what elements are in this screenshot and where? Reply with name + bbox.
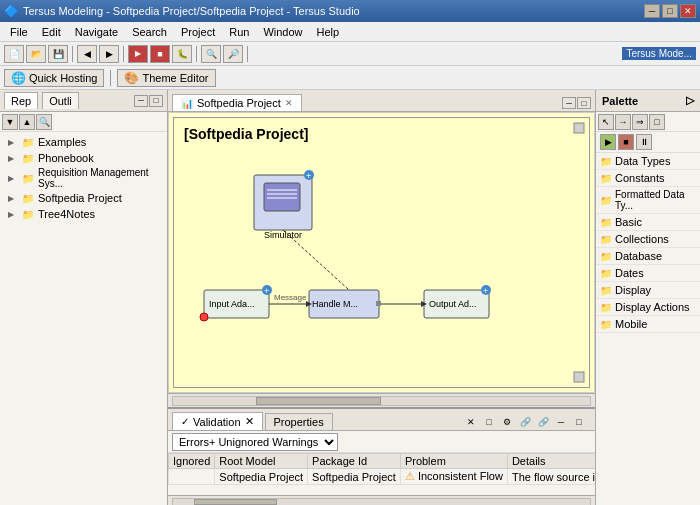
diagram-expand-btn[interactable] bbox=[573, 371, 585, 383]
toolbar-back[interactable]: ◀ bbox=[77, 45, 97, 63]
tab-rep[interactable]: Rep bbox=[4, 92, 38, 109]
col-package-id: Package Id bbox=[308, 454, 401, 469]
editor-scrollbar[interactable] bbox=[168, 393, 595, 407]
panel-maximize[interactable]: □ bbox=[149, 95, 163, 107]
bottom-scrollbar[interactable] bbox=[168, 495, 595, 505]
palette-cat-displayactions[interactable]: 📁 Display Actions bbox=[596, 299, 700, 316]
diagram-title-text: [Softpedia Project] bbox=[184, 126, 308, 142]
quick-separator bbox=[110, 70, 111, 86]
bottom-btn-4[interactable]: 🔗 bbox=[517, 414, 533, 430]
palette-dotarrow[interactable]: ⇒ bbox=[632, 114, 648, 130]
palette-arrow[interactable]: → bbox=[615, 114, 631, 130]
toolbar-open[interactable]: 📂 bbox=[26, 45, 46, 63]
cat-formatted-label: Formatted Data Ty... bbox=[615, 189, 696, 211]
palette-content: 📁 Data Types 📁 Constants 📁 Formatted Dat… bbox=[596, 153, 700, 505]
menu-search[interactable]: Search bbox=[126, 25, 173, 39]
bottom-btn-3[interactable]: ⚙ bbox=[499, 414, 515, 430]
theme-editor-button[interactable]: 🎨 Theme Editor bbox=[117, 69, 215, 87]
minimize-button[interactable]: ─ bbox=[644, 4, 660, 18]
toolbar-stop[interactable]: ■ bbox=[150, 45, 170, 63]
tree-filter[interactable]: 🔍 bbox=[36, 114, 52, 130]
menu-edit[interactable]: Edit bbox=[36, 25, 67, 39]
palette-run[interactable]: ▶ bbox=[600, 134, 616, 150]
diagram-area[interactable]: Simulator + Input Ada... + Handle M... bbox=[184, 165, 590, 385]
toolbar-debug[interactable]: 🐛 bbox=[172, 45, 192, 63]
maximize-button[interactable]: □ bbox=[662, 4, 678, 18]
menu-run[interactable]: Run bbox=[223, 25, 255, 39]
tree-item-requisition[interactable]: ▶ 📁 Requisition Management Sys... bbox=[0, 166, 167, 190]
menu-navigate[interactable]: Navigate bbox=[69, 25, 124, 39]
palette-cursor[interactable]: ↖ bbox=[598, 114, 614, 130]
tab-properties[interactable]: Properties bbox=[265, 413, 333, 430]
cell-problem: ⚠ Inconsistent Flow bbox=[400, 469, 507, 485]
editor-tab-softpedia[interactable]: 📊 Softpedia Project ✕ bbox=[172, 94, 302, 111]
menu-help[interactable]: Help bbox=[311, 25, 346, 39]
cell-ignored bbox=[169, 469, 215, 485]
output-plus-text: + bbox=[483, 286, 488, 296]
bottom-btn-1[interactable]: ✕ bbox=[463, 414, 479, 430]
table-row[interactable]: Softpedia Project Softpedia Project ⚠ In… bbox=[169, 469, 596, 485]
quick-hosting-button[interactable]: 🌐 Quick Hosting bbox=[4, 69, 104, 87]
editor-content[interactable]: [Softpedia Project] Simulator bbox=[168, 112, 595, 393]
palette-cat-datatypes[interactable]: 📁 Data Types bbox=[596, 153, 700, 170]
tree-item-examples[interactable]: ▶ 📁 Examples bbox=[0, 134, 167, 150]
bottom-btn-5[interactable]: 🔗 bbox=[535, 414, 551, 430]
bottom-btn-2[interactable]: □ bbox=[481, 414, 497, 430]
toolbar-save[interactable]: 💾 bbox=[48, 45, 68, 63]
palette-stop[interactable]: ■ bbox=[618, 134, 634, 150]
palette-cat-constants[interactable]: 📁 Constants bbox=[596, 170, 700, 187]
toolbar-zoom-in[interactable]: 🔍 bbox=[201, 45, 221, 63]
cell-root-model: Softpedia Project bbox=[215, 469, 308, 485]
tab-validation[interactable]: ✓ Validation ✕ bbox=[172, 412, 263, 430]
tree-item-softpedia[interactable]: ▶ 📁 Softpedia Project bbox=[0, 190, 167, 206]
window-title: Tersus Modeling - Softpedia Project/Soft… bbox=[23, 5, 360, 17]
main-area: Rep Outli ─ □ ▼ ▲ 🔍 ▶ 📁 Examples ▶ 📁 Pho… bbox=[0, 90, 700, 505]
palette-cat-database[interactable]: 📁 Database bbox=[596, 248, 700, 265]
cat-dates-label: Dates bbox=[615, 267, 644, 279]
validation-results-table: Ignored Root Model Package Id Problem De… bbox=[168, 453, 595, 485]
palette-cat-collections[interactable]: 📁 Collections bbox=[596, 231, 700, 248]
palette-cat-dates[interactable]: 📁 Dates bbox=[596, 265, 700, 282]
bottom-minimize[interactable]: ─ bbox=[553, 414, 569, 430]
palette-cat-display[interactable]: 📁 Display bbox=[596, 282, 700, 299]
tree-expand-all[interactable]: ▲ bbox=[19, 114, 35, 130]
cell-problem-text: Inconsistent Flow bbox=[418, 470, 503, 482]
palette-title: Palette bbox=[602, 95, 638, 107]
toolbar-forward[interactable]: ▶ bbox=[99, 45, 119, 63]
palette-box[interactable]: □ bbox=[649, 114, 665, 130]
palette-cat-basic[interactable]: 📁 Basic bbox=[596, 214, 700, 231]
toolbar-run[interactable]: ▶ bbox=[128, 45, 148, 63]
editor-tab-close[interactable]: ✕ bbox=[285, 98, 293, 108]
handle-label: Handle M... bbox=[312, 299, 358, 309]
bottom-maximize[interactable]: □ bbox=[571, 414, 587, 430]
editor-maximize[interactable]: □ bbox=[577, 97, 591, 109]
tree-item-tree4notes[interactable]: ▶ 📁 Tree4Notes bbox=[0, 206, 167, 222]
folder-cat-icon: 📁 bbox=[600, 195, 612, 206]
col-root-model: Root Model bbox=[215, 454, 308, 469]
tab-validation-close[interactable]: ✕ bbox=[245, 415, 254, 428]
main-toolbar: 📄 📂 💾 ◀ ▶ ▶ ■ 🐛 🔍 🔎 Tersus Mode... bbox=[0, 42, 700, 66]
app-icon: 🔷 bbox=[4, 4, 19, 18]
filter-select[interactable]: Errors+ Unignored Warnings bbox=[172, 433, 338, 451]
menu-project[interactable]: Project bbox=[175, 25, 221, 39]
palette-toolbar: ↖ → ⇒ □ bbox=[596, 112, 700, 132]
palette-expand-icon[interactable]: ▷ bbox=[686, 94, 694, 107]
tree-item-phonebook[interactable]: ▶ 📁 Phonebook bbox=[0, 150, 167, 166]
close-button[interactable]: ✕ bbox=[680, 4, 696, 18]
palette-cat-mobile[interactable]: 📁 Mobile bbox=[596, 316, 700, 333]
toolbar-zoom-out[interactable]: 🔎 bbox=[223, 45, 243, 63]
diagram-title: [Softpedia Project] bbox=[174, 118, 589, 150]
palette-pause[interactable]: ⏸ bbox=[636, 134, 652, 150]
menu-file[interactable]: File bbox=[4, 25, 34, 39]
editor-minimize[interactable]: ─ bbox=[562, 97, 576, 109]
editor-tabs: 📊 Softpedia Project ✕ ─ □ bbox=[168, 90, 595, 112]
menu-window[interactable]: Window bbox=[257, 25, 308, 39]
svg-rect-0 bbox=[574, 123, 584, 133]
panel-minimize[interactable]: ─ bbox=[134, 95, 148, 107]
diagram-collapse-btn[interactable] bbox=[573, 122, 585, 134]
toolbar-new[interactable]: 📄 bbox=[4, 45, 24, 63]
tree-collapse-all[interactable]: ▼ bbox=[2, 114, 18, 130]
input-label: Input Ada... bbox=[209, 299, 255, 309]
tab-outline[interactable]: Outli bbox=[42, 92, 79, 109]
palette-cat-formatted[interactable]: 📁 Formatted Data Ty... bbox=[596, 187, 700, 214]
